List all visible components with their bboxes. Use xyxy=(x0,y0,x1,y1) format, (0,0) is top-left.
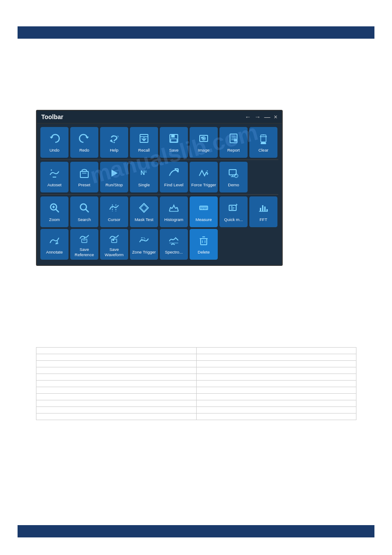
redo-button[interactable]: Redo xyxy=(70,127,98,158)
svg-rect-26 xyxy=(80,171,88,178)
table-cell xyxy=(36,361,197,367)
table-cell xyxy=(36,354,197,361)
toolbar-forward-btn[interactable]: → xyxy=(255,113,261,120)
search-label: Search xyxy=(78,217,91,222)
fft-button[interactable]: FFT xyxy=(249,196,277,227)
svg-rect-62 xyxy=(264,207,266,211)
fft-icon xyxy=(257,202,270,216)
zoom-button[interactable]: Zoom xyxy=(40,196,68,227)
undo-icon xyxy=(48,132,61,146)
toolbar-body: Undo Redo ? xyxy=(37,123,282,265)
svg-text:N: N xyxy=(140,169,145,176)
bottom-bar xyxy=(18,525,374,537)
svg-point-8 xyxy=(175,135,176,136)
table-cell xyxy=(36,367,197,374)
table-cell xyxy=(36,348,197,354)
report-button[interactable]: Report xyxy=(219,127,248,158)
table-cell xyxy=(196,407,356,414)
svg-rect-69 xyxy=(112,239,114,241)
help-label: Help xyxy=(110,148,119,152)
image-button[interactable]: Image xyxy=(190,127,218,158)
cursor-button[interactable]: Cursor xyxy=(100,196,128,227)
svg-rect-61 xyxy=(262,205,263,211)
toolbar-row-1: Undo Redo ? xyxy=(40,127,278,158)
table-cell xyxy=(196,400,356,407)
autoset-label: Autoset xyxy=(47,182,61,187)
recall-label: Recall xyxy=(138,148,150,152)
table-cell xyxy=(196,354,356,361)
single-button[interactable]: N x Single xyxy=(130,162,158,192)
measure-label: Measure xyxy=(196,217,212,222)
table-cell xyxy=(36,387,197,394)
spectro-button[interactable]: Spectro... xyxy=(160,229,188,260)
mask-test-button[interactable]: Mask Test xyxy=(130,196,158,227)
report-icon xyxy=(227,132,240,146)
save-button[interactable]: Save xyxy=(160,127,188,158)
recall-icon xyxy=(138,132,150,146)
svg-rect-73 xyxy=(201,239,207,245)
quick-m-label: Quick m... xyxy=(224,217,243,222)
quick-m-icon xyxy=(227,202,240,216)
table-row xyxy=(36,394,356,400)
toolbar-close-btn[interactable]: × xyxy=(274,113,277,120)
quick-m-button[interactable]: Quick m... xyxy=(219,196,248,227)
info-table xyxy=(36,347,356,420)
toolbar-row-2: Autoset Preset Run/Sto xyxy=(40,162,278,192)
force-trigger-button[interactable]: Force Trigger xyxy=(190,162,218,192)
toolbar-controls: ← → — × xyxy=(245,113,277,120)
svg-rect-17 xyxy=(234,139,237,141)
table-cell xyxy=(36,394,197,400)
table-row xyxy=(36,414,356,420)
table-cell xyxy=(36,381,197,387)
search-button[interactable]: Search xyxy=(70,196,98,227)
run-stop-button[interactable]: Run/Stop xyxy=(100,162,128,192)
cursor-icon xyxy=(108,202,120,216)
svg-rect-18 xyxy=(261,135,266,142)
help-icon: ? xyxy=(108,132,120,146)
table-cell xyxy=(196,374,356,381)
run-stop-icon xyxy=(108,167,120,181)
autoset-button[interactable]: Autoset xyxy=(40,162,68,192)
toolbar-minimize-btn[interactable]: — xyxy=(264,113,270,120)
zoom-icon xyxy=(48,202,61,216)
annotate-button[interactable]: Annotate xyxy=(40,229,68,260)
table-cell xyxy=(196,361,356,367)
toolbar-titlebar: Toolbar ← → — × xyxy=(37,111,282,123)
delete-button[interactable]: Delete xyxy=(190,229,218,260)
help-button[interactable]: ? Help xyxy=(100,127,128,158)
histogram-button[interactable]: Histogram xyxy=(160,196,188,227)
table-row xyxy=(36,407,356,414)
preset-label: Preset xyxy=(78,182,90,187)
undo-button[interactable]: Undo xyxy=(40,127,68,158)
cursor-label: Cursor xyxy=(108,217,121,222)
toolbar-back-btn[interactable]: ← xyxy=(245,113,251,120)
find-level-button[interactable]: Find Level xyxy=(160,162,188,192)
zone-trigger-button[interactable]: Zone Trigger xyxy=(130,229,158,260)
clear-button[interactable]: Clear xyxy=(249,127,277,158)
table-cell xyxy=(196,387,356,394)
svg-point-12 xyxy=(202,137,205,140)
force-trigger-icon xyxy=(198,167,210,181)
recall-button[interactable]: Recall xyxy=(130,127,158,158)
table-row xyxy=(36,400,356,407)
clear-label: Clear xyxy=(259,148,269,152)
delete-icon xyxy=(198,234,210,248)
zone-trigger-label: Zone Trigger xyxy=(132,250,156,254)
delete-label: Delete xyxy=(198,250,209,254)
spectro-label: Spectro... xyxy=(165,250,183,254)
save-reference-button[interactable]: Save Reference xyxy=(70,229,98,260)
svg-line-45 xyxy=(86,209,89,212)
autoset-icon xyxy=(48,167,61,181)
single-icon: N x xyxy=(138,167,150,181)
svg-text:?: ? xyxy=(117,135,119,139)
preset-icon xyxy=(78,167,90,181)
measure-button[interactable]: Measure xyxy=(190,196,218,227)
table-cell xyxy=(36,400,197,407)
demo-button[interactable]: ! Demo xyxy=(219,162,248,192)
save-waveform-button[interactable]: Save Waveform xyxy=(100,229,128,260)
table-cell xyxy=(196,367,356,374)
svg-rect-6 xyxy=(171,134,175,138)
table-row xyxy=(36,374,356,381)
svg-rect-9 xyxy=(200,135,208,141)
preset-button[interactable]: Preset xyxy=(70,162,98,192)
